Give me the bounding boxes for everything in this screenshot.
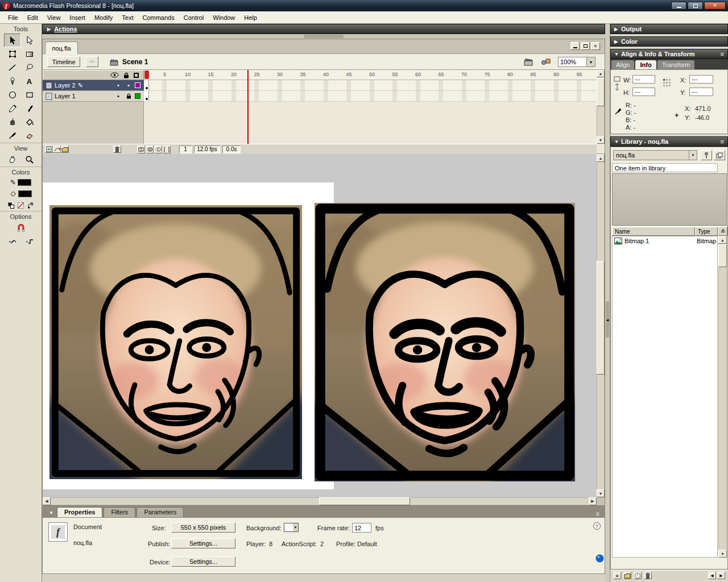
canvas-h-scroll-thumb[interactable]	[319, 497, 410, 505]
tab-properties[interactable]: Properties	[57, 507, 102, 517]
maximize-button[interactable]	[688, 2, 703, 10]
frame-rate-input[interactable]	[352, 523, 371, 533]
insert-layer-button[interactable]	[45, 146, 53, 153]
menu-help[interactable]: Help	[239, 13, 262, 23]
subselection-tool[interactable]	[21, 34, 38, 47]
menu-edit[interactable]: Edit	[23, 13, 43, 23]
timeline-scroll-down-icon[interactable]: ▼	[597, 136, 605, 144]
tab-parameters[interactable]: Parameters	[136, 507, 184, 517]
new-library-window-button[interactable]	[714, 150, 725, 160]
center-frame-button[interactable]	[137, 146, 145, 153]
library-column-name[interactable]: Name	[612, 227, 695, 236]
layer-2-frames[interactable]	[144, 80, 597, 91]
layer-name[interactable]: Layer 1	[55, 93, 76, 99]
canvas-pasteboard[interactable]	[43, 154, 597, 497]
minimize-button[interactable]	[671, 2, 686, 10]
doc-minimize-button[interactable]	[570, 42, 580, 50]
item-properties-button[interactable]: i	[634, 572, 642, 579]
library-scroll-right-icon[interactable]: ▶	[717, 572, 725, 579]
menu-file[interactable]: File	[3, 13, 23, 23]
doc-restore-button[interactable]	[581, 42, 590, 50]
y-field[interactable]: ---	[689, 88, 713, 96]
layer-row-1[interactable]: Layer 1 •	[43, 91, 144, 102]
layer-name[interactable]: Layer 2	[55, 82, 76, 89]
document-tab[interactable]: поц.fla	[45, 41, 78, 54]
library-scroll-left-icon[interactable]: ◀	[708, 572, 716, 579]
pin-library-button[interactable]	[701, 150, 712, 160]
layer-visibility-dot[interactable]: •	[114, 93, 122, 99]
selection-tool[interactable]	[4, 34, 21, 47]
lock-all-layers-icon[interactable]	[123, 72, 129, 78]
device-settings-button[interactable]: Settings...	[171, 556, 235, 567]
pen-tool[interactable]	[4, 74, 21, 88]
edit-multiple-frames-button[interactable]	[163, 146, 171, 153]
actions-panel-header[interactable]: ▶ Actions	[42, 24, 605, 34]
frame-rate-indicator[interactable]: 12.0 fps	[194, 146, 220, 153]
snap-to-objects-option[interactable]	[13, 221, 30, 235]
stroke-color-swatch[interactable]	[18, 179, 31, 186]
edit-scene-icon[interactable]	[524, 57, 534, 66]
tab-info[interactable]: Info	[635, 60, 656, 69]
properties-collapse-icon[interactable]: ▼	[46, 508, 57, 517]
width-field[interactable]: ---	[632, 75, 655, 84]
library-scroll-down-icon[interactable]: ▼	[718, 550, 727, 558]
keyframe-cell[interactable]	[144, 80, 149, 90]
layer-lock-dot[interactable]: •	[125, 82, 133, 89]
panel-menu-icon[interactable]: ≡	[721, 51, 724, 57]
library-scroll-thumb[interactable]	[718, 244, 727, 267]
timeline-toggle-button[interactable]: Timeline	[47, 56, 80, 67]
eraser-tool[interactable]	[21, 129, 38, 143]
library-panel-header[interactable]: ▼ Library - поц.fla ≡	[610, 136, 728, 147]
playhead-line[interactable]	[247, 70, 249, 144]
rectangle-tool[interactable]	[21, 88, 38, 102]
swap-colors-button[interactable]	[27, 202, 35, 209]
fill-color-swatch[interactable]	[18, 190, 32, 197]
face-drawing-right[interactable]	[315, 203, 575, 481]
output-panel-header[interactable]: ▶ Output	[610, 24, 728, 34]
straighten-option[interactable]: +	[21, 235, 38, 248]
x-field[interactable]: ---	[689, 75, 713, 84]
paint-bucket-tool[interactable]	[21, 115, 38, 129]
gradient-transform-tool[interactable]	[21, 47, 38, 61]
tab-transform[interactable]: Transform	[657, 60, 695, 69]
properties-menu-icon[interactable]: ≡	[596, 510, 599, 517]
onion-skin-outlines-button[interactable]	[154, 146, 162, 153]
canvas-scroll-right-icon[interactable]: ▶	[589, 497, 597, 505]
align-info-transform-header[interactable]: ▼ Align & Info & Transform ≡	[610, 49, 728, 59]
delete-layer-button[interactable]	[113, 146, 121, 153]
brush-tool[interactable]	[21, 102, 38, 115]
ink-bottle-tool[interactable]	[4, 115, 21, 129]
layer-visibility-dot[interactable]: •	[114, 82, 122, 89]
layer-row-2[interactable]: Layer 2 ✎ • •	[43, 80, 144, 91]
canvas-scroll-up-icon[interactable]: ▲	[597, 154, 605, 162]
back-button[interactable]: ⇦	[86, 56, 98, 67]
menu-window[interactable]: Window	[208, 13, 239, 23]
height-field[interactable]: ---	[632, 88, 655, 96]
actions-gripper[interactable]	[42, 34, 605, 39]
layer-outline-color[interactable]	[135, 93, 140, 99]
lasso-tool[interactable]	[21, 61, 38, 74]
gripper-handle[interactable]	[304, 35, 344, 38]
no-color-button[interactable]	[17, 202, 25, 209]
menu-view[interactable]: View	[43, 13, 65, 23]
library-item-row[interactable]: Bitmap 1 Bitmap	[613, 236, 717, 246]
timeline-v-scroll-thumb[interactable]	[597, 78, 605, 106]
flash-player-icon[interactable]	[595, 554, 604, 563]
menu-commands[interactable]: Commands	[138, 13, 179, 23]
new-symbol-button[interactable]: +	[613, 572, 621, 579]
menu-control[interactable]: Control	[179, 13, 208, 23]
line-tool[interactable]	[4, 61, 21, 74]
smooth-option[interactable]: +	[4, 235, 21, 248]
new-folder-button[interactable]	[623, 572, 631, 579]
canvas-scroll-down-icon[interactable]: ▼	[597, 489, 605, 497]
menu-text[interactable]: Text	[117, 13, 138, 23]
tab-filters[interactable]: Filters	[104, 507, 135, 517]
help-icon[interactable]: ?	[593, 522, 601, 530]
face-drawing-left[interactable]	[49, 205, 302, 479]
pencil-tool[interactable]	[4, 102, 21, 115]
library-item-name[interactable]: Bitmap 1	[624, 238, 649, 244]
doc-close-button[interactable]: ×	[591, 42, 600, 50]
free-transform-tool[interactable]	[4, 47, 21, 61]
insert-layer-folder-button[interactable]	[61, 146, 69, 153]
library-sort-toggle-icon[interactable]: ≙	[718, 227, 727, 236]
